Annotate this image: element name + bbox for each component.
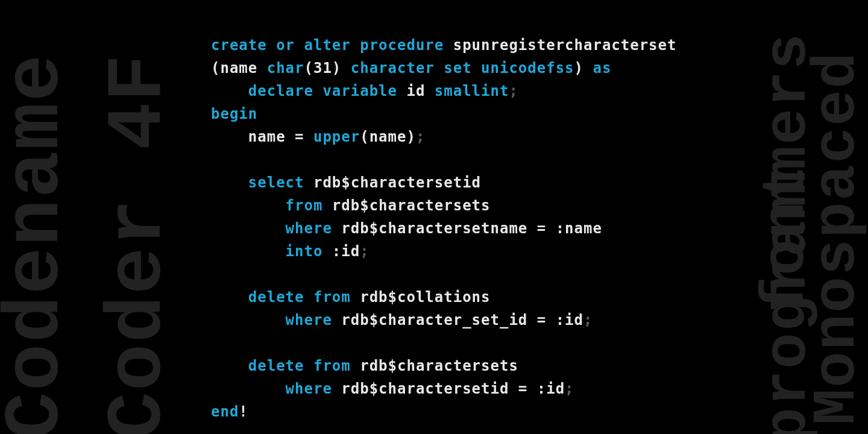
code-token: id [406,83,434,99]
code-token: char [267,60,304,77]
left-label-coder4f: Coder 4F [104,53,174,434]
code-token: create or alter procedure [211,37,453,54]
code-token: name [565,220,602,237]
code-token [211,266,220,283]
code-token: ; [509,83,518,99]
code-token: rdb$charactersetid [313,174,481,191]
code-token: = : [518,380,546,397]
code-token: spunregistercharacterset [453,37,677,54]
code-token [211,243,286,260]
code-token: = : [537,220,565,237]
code-token: from [286,197,332,214]
code-token: ; [565,380,574,397]
code-token: ( [360,128,369,145]
code-token [211,380,286,397]
code-token: = [295,128,313,145]
code-token: where [286,380,342,397]
right-label-font: font [760,163,814,313]
code-token: smallint [435,83,509,99]
code-token: ! [239,403,248,420]
code-token: where [286,220,342,237]
code-token: rdb$character_set_id [341,312,536,329]
code-token: where [286,312,342,329]
code-token: name [211,128,295,145]
code-token [211,220,286,237]
code-token [211,83,248,99]
code-token: name [370,128,407,145]
code-token: select [248,174,313,191]
code-token [211,357,248,374]
code-token: rdb$charactersetid [341,380,518,397]
code-sample: create or alter procedure spunregisterch… [211,34,676,423]
code-token: ( [211,60,220,77]
code-token: ; [583,312,593,329]
code-token [211,174,248,191]
code-token: ) [406,128,415,145]
code-token: 31 [313,60,332,77]
code-token: upper [313,128,360,145]
code-token: into [286,243,332,260]
code-token: ; [416,128,425,145]
code-token: as [583,60,611,77]
code-token: rdb$charactersets [332,197,491,214]
code-token: ) [332,60,351,77]
code-token [211,151,220,168]
code-token [211,289,248,306]
code-token: id [341,243,360,260]
code-token: declare variable [248,83,407,99]
code-token [211,197,286,214]
code-token: id [546,380,565,397]
code-token: id [565,312,583,329]
code-token: begin [211,105,257,122]
code-token: rdb$charactersetname [341,220,536,237]
code-token: character set unicodefss [351,60,574,77]
code-token: ( [304,60,313,77]
code-token: : [332,243,341,260]
code-token: rdb$collations [360,289,490,306]
code-token: rdb$charactersets [360,357,518,374]
code-token [211,335,220,351]
code-token: ; [360,243,369,260]
code-token: end [211,403,239,420]
font-specimen: Codename Coder 4F Monospaced programmers… [0,0,868,434]
code-token: name [220,60,266,77]
code-token: delete from [248,289,360,306]
code-token: delete from [248,357,360,374]
left-label-codename: Codename [1,53,72,434]
code-token: = : [537,312,565,329]
code-token: ) [574,60,583,77]
code-token [211,312,286,329]
